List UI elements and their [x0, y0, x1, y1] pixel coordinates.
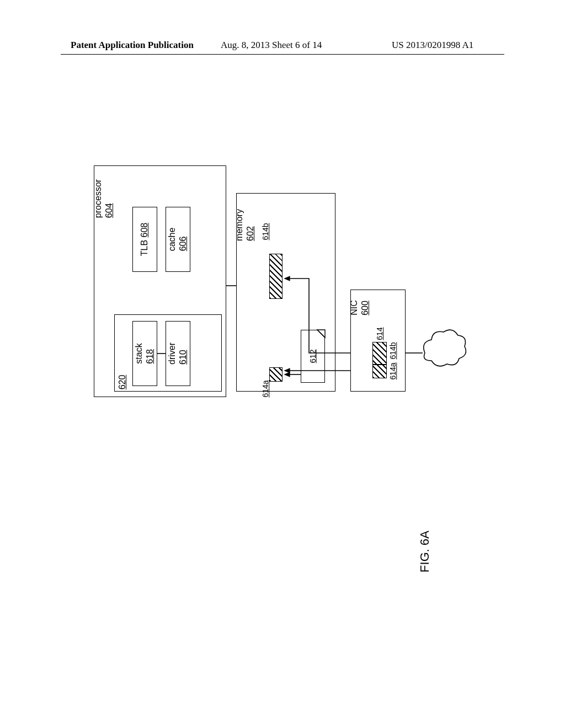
stack-label: stack 618	[134, 343, 156, 363]
nic-buf-divider	[372, 364, 387, 365]
page-table-label: 612	[308, 349, 318, 363]
header-rule	[61, 54, 504, 55]
memory-buf-614b	[269, 254, 282, 299]
nic-buf-614b-label: 614b	[388, 342, 398, 359]
memory-buf-614a-label: 614a	[261, 380, 271, 397]
tlb-title: TLB	[140, 240, 149, 256]
nic-buf-614-ref: 614	[375, 327, 384, 340]
memory-buf-614b-label: 614b	[261, 223, 271, 240]
memory-buf-614a	[269, 367, 282, 382]
memory-label: memory 602	[234, 209, 256, 241]
header-mid: Aug. 8, 2013 Sheet 6 of 14	[221, 40, 322, 51]
network-cloud-icon	[424, 330, 466, 366]
app-box-620-label: 620	[117, 375, 128, 390]
stack-title: stack	[134, 343, 143, 363]
nic-title: NIC	[349, 300, 359, 315]
memory-title: memory	[234, 209, 244, 241]
nic-label: NIC 600	[349, 300, 371, 315]
processor-ref: 604	[104, 203, 114, 218]
app-box-620-ref: 620	[118, 375, 127, 390]
header-right: US 2013/0201998 A1	[392, 40, 473, 51]
processor-label: processor 604	[93, 179, 115, 218]
memory-buf-614a-ref: 614a	[261, 380, 270, 397]
nic-buf-614-label: 614	[375, 327, 385, 340]
nic-buf-614b-ref: 614b	[388, 342, 397, 359]
driver-label: driver 610	[167, 342, 189, 365]
header-left: Patent Application Publication	[71, 40, 194, 51]
driver-title: driver	[167, 342, 177, 365]
memory-ref: 602	[246, 226, 255, 241]
figure-caption: FIG. 6A	[418, 531, 432, 572]
tlb-label: TLB 608	[139, 223, 150, 256]
nic-buf-614a-label: 614a	[388, 362, 398, 379]
cache-ref: 606	[178, 237, 188, 251]
memory-buf-614b-ref: 614b	[261, 223, 270, 240]
page-table-ref: 612	[308, 349, 317, 363]
stack-ref: 618	[145, 349, 154, 364]
cache-label: cache 606	[167, 228, 189, 251]
cache-title: cache	[167, 228, 177, 251]
nic-buf-614	[372, 342, 387, 378]
processor-title: processor	[93, 179, 103, 218]
driver-ref: 610	[178, 350, 188, 365]
tlb-ref: 608	[140, 223, 149, 238]
nic-buf-614a-ref: 614a	[388, 362, 397, 379]
nic-ref: 600	[360, 301, 370, 315]
